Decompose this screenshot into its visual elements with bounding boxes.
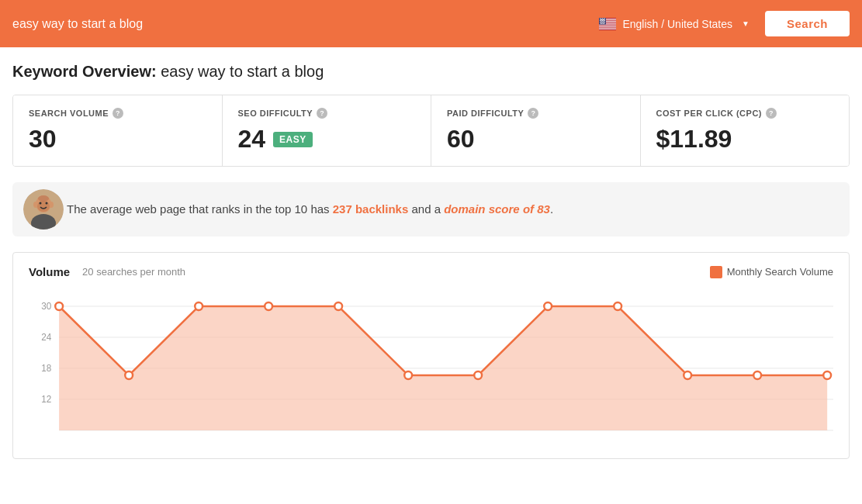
search-volume-label: SEARCH VOLUME ?: [29, 108, 206, 119]
us-flag-icon: [599, 18, 616, 30]
legend-label: Monthly Search Volume: [727, 266, 833, 278]
chart-point: [404, 371, 412, 379]
svg-text:24: 24: [41, 332, 51, 343]
svg-point-27: [601, 22, 602, 22]
chart-point: [55, 302, 63, 310]
seo-difficulty-value: 24 EASY: [238, 125, 416, 154]
search-bar: English / United States ▼ Search: [0, 0, 862, 47]
chart-point: [544, 302, 552, 310]
svg-point-43: [38, 195, 49, 202]
cpc-info-icon[interactable]: ?: [766, 108, 777, 119]
chart-point: [753, 371, 761, 379]
svg-point-11: [604, 18, 604, 19]
svg-point-13: [601, 19, 601, 19]
volume-header: Volume 20 searches per month Monthly Sea…: [29, 265, 833, 278]
page-title: Keyword Overview: easy way to start a bl…: [12, 63, 850, 81]
chart-point: [823, 371, 831, 379]
svg-text:18: 18: [41, 363, 51, 374]
cpc-value: $11.89: [656, 125, 834, 154]
search-volume-info-icon[interactable]: ?: [113, 108, 123, 119]
metric-seo-difficulty: SEO DIFFICULTY ? 24 EASY: [223, 95, 432, 166]
svg-point-8: [600, 18, 601, 19]
main-content: Keyword Overview: easy way to start a bl…: [0, 47, 862, 475]
volume-subtitle: 20 searches per month: [82, 266, 185, 278]
svg-point-10: [602, 18, 603, 19]
svg-point-21: [604, 20, 605, 21]
svg-point-12: [604, 18, 605, 19]
metric-paid-difficulty: PAID DIFFICULTY ? 60: [431, 95, 641, 166]
svg-point-41: [40, 202, 42, 205]
svg-point-32: [602, 22, 603, 23]
volume-section: Volume 20 searches per month Monthly Sea…: [12, 252, 850, 459]
chart-point: [195, 302, 203, 310]
chart-point: [684, 371, 691, 379]
search-volume-value: 30: [29, 125, 206, 154]
info-text: The average web page that ranks in the t…: [67, 201, 553, 219]
chart-point: [614, 302, 621, 310]
svg-point-28: [602, 22, 603, 22]
chart-point: [334, 302, 342, 310]
chart-legend: Monthly Search Volume: [710, 266, 833, 278]
cpc-label: COST PER CLICK (CPC) ?: [656, 108, 834, 119]
legend-color-box: [710, 266, 722, 278]
chart-container: 30 24 18 12: [29, 291, 833, 446]
svg-point-19: [602, 20, 603, 21]
search-input[interactable]: [12, 17, 583, 31]
backlinks-link[interactable]: 237 backlinks: [333, 202, 409, 216]
svg-point-16: [604, 19, 605, 19]
keyword-text: easy way to start a blog: [161, 63, 324, 80]
seo-difficulty-info-icon[interactable]: ?: [317, 108, 327, 119]
search-button[interactable]: Search: [765, 11, 850, 36]
svg-point-31: [601, 22, 601, 23]
svg-point-42: [46, 202, 48, 205]
chevron-down-icon: ▼: [742, 19, 749, 28]
svg-point-22: [601, 21, 601, 22]
title-prefix: Keyword Overview:: [12, 63, 157, 80]
info-banner: The average web page that ranks in the t…: [12, 182, 850, 236]
svg-point-24: [603, 21, 604, 22]
svg-point-30: [604, 22, 605, 22]
svg-rect-6: [599, 28, 616, 29]
chart-point: [125, 371, 133, 379]
paid-difficulty-value: 60: [447, 125, 625, 154]
metrics-row: SEARCH VOLUME ? 30 SEO DIFFICULTY ? 24 E…: [12, 95, 850, 167]
domain-score-link[interactable]: domain score of 83: [444, 202, 550, 216]
easy-badge: EASY: [273, 132, 313, 147]
paid-difficulty-info-icon[interactable]: ?: [528, 108, 538, 119]
svg-rect-5: [599, 26, 616, 27]
svg-rect-4: [599, 24, 616, 25]
language-selector[interactable]: English / United States ▼: [591, 13, 757, 35]
svg-point-20: [604, 20, 604, 21]
svg-point-14: [602, 19, 603, 19]
svg-point-33: [603, 22, 604, 23]
avatar-container: [23, 189, 64, 230]
volume-chart-svg: 30 24 18 12: [29, 291, 833, 446]
svg-point-9: [601, 18, 602, 19]
svg-point-26: [600, 22, 601, 22]
svg-point-18: [601, 20, 602, 21]
svg-point-17: [600, 20, 601, 21]
svg-point-40: [37, 201, 50, 212]
avatar-image: [23, 189, 64, 230]
volume-title: Volume: [29, 265, 70, 278]
svg-point-25: [604, 21, 605, 22]
svg-text:30: 30: [41, 301, 51, 312]
svg-point-15: [603, 19, 604, 19]
seo-difficulty-label: SEO DIFFICULTY ?: [238, 108, 416, 119]
avatar: [23, 189, 64, 230]
chart-point: [265, 302, 272, 310]
metric-cpc: COST PER CLICK (CPC) ? $11.89: [641, 95, 850, 166]
svg-text:12: 12: [41, 394, 51, 405]
svg-point-34: [604, 22, 605, 23]
chart-point: [474, 371, 482, 379]
paid-difficulty-label: PAID DIFFICULTY ?: [447, 108, 625, 119]
language-label: English / United States: [622, 18, 732, 30]
svg-point-23: [602, 21, 603, 22]
metric-search-volume: SEARCH VOLUME ? 30: [13, 95, 223, 166]
svg-point-29: [604, 22, 604, 22]
